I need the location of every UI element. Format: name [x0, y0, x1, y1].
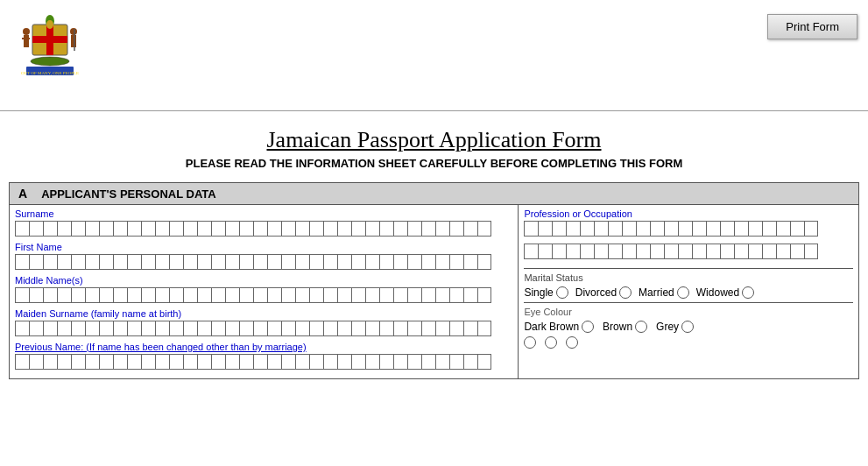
char-box[interactable]: [790, 221, 804, 237]
char-box[interactable]: [692, 221, 706, 237]
char-box[interactable]: [706, 221, 720, 237]
char-box[interactable]: [449, 321, 463, 336]
char-box[interactable]: [29, 221, 43, 237]
char-box[interactable]: [636, 244, 650, 259]
char-box[interactable]: [804, 244, 818, 259]
char-box[interactable]: [281, 221, 295, 237]
char-box[interactable]: [295, 254, 309, 270]
char-box[interactable]: [183, 254, 197, 270]
char-box[interactable]: [678, 244, 692, 259]
char-box[interactable]: [351, 254, 365, 270]
char-box[interactable]: [337, 321, 351, 336]
char-box[interactable]: [720, 221, 734, 237]
char-box[interactable]: [393, 354, 407, 370]
char-box[interactable]: [113, 254, 127, 270]
char-box[interactable]: [790, 244, 804, 259]
married-radio[interactable]: [677, 286, 689, 299]
char-box[interactable]: [169, 354, 183, 370]
char-box[interactable]: [239, 287, 253, 303]
char-box[interactable]: [225, 287, 239, 303]
char-box[interactable]: [281, 321, 295, 336]
char-box[interactable]: [477, 254, 491, 270]
char-box[interactable]: [85, 254, 99, 270]
char-box[interactable]: [71, 321, 85, 336]
char-box[interactable]: [127, 221, 141, 237]
char-box[interactable]: [57, 254, 71, 270]
char-box[interactable]: [267, 321, 281, 336]
char-box[interactable]: [351, 321, 365, 336]
char-box[interactable]: [622, 221, 636, 237]
char-box[interactable]: [113, 221, 127, 237]
char-box[interactable]: [524, 221, 538, 237]
char-box[interactable]: [323, 287, 337, 303]
char-box[interactable]: [155, 321, 169, 336]
char-box[interactable]: [239, 254, 253, 270]
char-box[interactable]: [295, 354, 309, 370]
char-box[interactable]: [566, 244, 580, 259]
char-box[interactable]: [421, 354, 435, 370]
char-box[interactable]: [776, 244, 790, 259]
char-box[interactable]: [29, 321, 43, 336]
char-box[interactable]: [99, 354, 113, 370]
char-box[interactable]: [29, 254, 43, 270]
char-box[interactable]: [463, 221, 477, 237]
char-box[interactable]: [15, 287, 29, 303]
char-box[interactable]: [211, 254, 225, 270]
char-box[interactable]: [477, 221, 491, 237]
char-box[interactable]: [155, 254, 169, 270]
char-box[interactable]: [594, 221, 608, 237]
char-box[interactable]: [622, 244, 636, 259]
char-box[interactable]: [295, 221, 309, 237]
char-box[interactable]: [421, 221, 435, 237]
char-box[interactable]: [43, 287, 57, 303]
char-box[interactable]: [155, 287, 169, 303]
char-box[interactable]: [155, 221, 169, 237]
char-box[interactable]: [43, 354, 57, 370]
char-box[interactable]: [211, 321, 225, 336]
char-box[interactable]: [365, 221, 379, 237]
divorced-radio[interactable]: [619, 286, 632, 299]
char-box[interactable]: [183, 287, 197, 303]
char-box[interactable]: [43, 221, 57, 237]
char-box[interactable]: [449, 354, 463, 370]
char-box[interactable]: [71, 221, 85, 237]
char-box[interactable]: [71, 254, 85, 270]
char-box[interactable]: [309, 354, 323, 370]
char-box[interactable]: [113, 354, 127, 370]
char-box[interactable]: [580, 221, 594, 237]
char-box[interactable]: [393, 287, 407, 303]
char-box[interactable]: [15, 221, 29, 237]
char-box[interactable]: [141, 221, 155, 237]
char-box[interactable]: [650, 221, 664, 237]
char-box[interactable]: [309, 287, 323, 303]
char-box[interactable]: [706, 244, 720, 259]
char-box[interactable]: [127, 321, 141, 336]
char-box[interactable]: [141, 354, 155, 370]
previous-name-label[interactable]: Previous Name: (If name has been changed…: [15, 342, 512, 352]
char-box[interactable]: [566, 221, 580, 237]
char-box[interactable]: [197, 254, 211, 270]
char-box[interactable]: [524, 244, 538, 259]
char-box[interactable]: [407, 287, 421, 303]
char-box[interactable]: [323, 321, 337, 336]
char-box[interactable]: [379, 221, 393, 237]
char-box[interactable]: [463, 321, 477, 336]
char-box[interactable]: [253, 221, 267, 237]
char-box[interactable]: [183, 321, 197, 336]
char-box[interactable]: [421, 321, 435, 336]
char-box[interactable]: [636, 221, 650, 237]
char-box[interactable]: [664, 221, 678, 237]
char-box[interactable]: [183, 221, 197, 237]
char-box[interactable]: [239, 354, 253, 370]
char-box[interactable]: [365, 354, 379, 370]
char-box[interactable]: [225, 321, 239, 336]
char-box[interactable]: [43, 254, 57, 270]
char-box[interactable]: [323, 221, 337, 237]
char-box[interactable]: [99, 221, 113, 237]
char-box[interactable]: [225, 254, 239, 270]
char-box[interactable]: [267, 287, 281, 303]
char-box[interactable]: [407, 221, 421, 237]
char-box[interactable]: [169, 321, 183, 336]
char-box[interactable]: [776, 221, 790, 237]
char-box[interactable]: [281, 254, 295, 270]
